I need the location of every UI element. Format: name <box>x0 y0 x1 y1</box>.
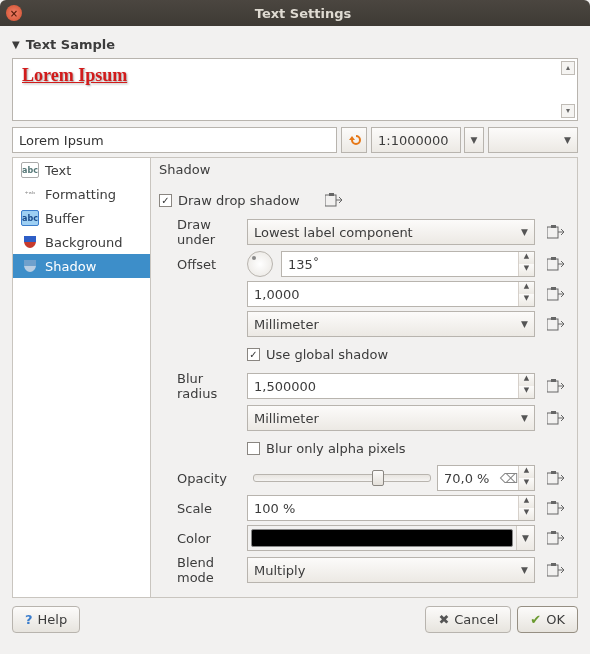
blend-mode-value: Multiply <box>254 563 305 578</box>
draw-shadow-label: Draw drop shadow <box>178 193 300 208</box>
offset-distance-spin[interactable]: 1,0000 ▲▼ <box>247 281 535 307</box>
spin-down-icon[interactable]: ▼ <box>519 386 534 398</box>
tab-shadow[interactable]: Shadow <box>13 254 150 278</box>
ok-icon: ✔ <box>530 612 541 627</box>
svg-rect-9 <box>551 317 556 320</box>
sample-text: Lorem Ipsum <box>19 62 130 88</box>
use-global-label: Use global shadow <box>266 347 388 362</box>
spin-up-icon[interactable]: ▲ <box>519 496 534 508</box>
tab-label: Text <box>45 163 71 178</box>
override-button[interactable] <box>543 220 567 244</box>
svg-rect-7 <box>551 287 556 290</box>
scroll-down-icon[interactable]: ▾ <box>561 104 575 118</box>
undo-icon <box>347 133 361 147</box>
cancel-label: Cancel <box>454 612 498 627</box>
svg-rect-13 <box>551 411 556 414</box>
tab-buffer[interactable]: abcBuffer <box>13 206 150 230</box>
tab-background[interactable]: Background <box>13 230 150 254</box>
svg-rect-15 <box>551 471 556 474</box>
draw-under-label: Draw under <box>159 217 247 247</box>
scroll-up-icon[interactable]: ▴ <box>561 61 575 75</box>
sample-preview: Lorem Ipsum ▴ ▾ <box>12 58 578 121</box>
blur-alpha-checkbox[interactable] <box>247 442 260 455</box>
spin-down-icon[interactable]: ▼ <box>519 508 534 520</box>
slider-thumb[interactable] <box>372 470 384 486</box>
map-scale-combo[interactable]: 1:1000000 <box>371 127 461 153</box>
ok-label: OK <box>546 612 565 627</box>
scale-spin[interactable]: 100 % ▲▼ <box>247 495 535 521</box>
ok-button[interactable]: ✔ OK <box>517 606 578 633</box>
settings-tabs: abcText ⁺ᵃᵇFormatting abcBuffer Backgrou… <box>13 158 151 597</box>
override-button[interactable] <box>543 466 567 490</box>
help-button[interactable]: ? Help <box>12 606 80 633</box>
override-button[interactable] <box>543 282 567 306</box>
extra-combo[interactable]: ▼ <box>488 127 578 153</box>
blur-unit-combo[interactable]: Millimeter ▼ <box>247 405 535 431</box>
chevron-down-icon: ▼ <box>521 319 528 329</box>
svg-rect-4 <box>547 259 558 270</box>
override-button[interactable] <box>543 558 567 582</box>
tab-label: Background <box>45 235 123 250</box>
use-global-checkbox[interactable]: ✓ <box>247 348 260 361</box>
map-scale-dropdown[interactable]: ▼ <box>464 127 484 153</box>
svg-rect-1 <box>329 193 334 196</box>
override-button[interactable] <box>543 374 567 398</box>
clear-icon[interactable]: ⌫ <box>500 471 518 486</box>
offset-angle-spin[interactable]: 135˚ ▲▼ <box>281 251 535 277</box>
collapse-icon: ▼ <box>12 39 20 50</box>
override-button[interactable] <box>543 252 567 276</box>
opacity-value: 70,0 % <box>438 471 500 486</box>
override-button[interactable] <box>543 496 567 520</box>
blend-mode-combo[interactable]: Multiply ▼ <box>247 557 535 583</box>
override-button[interactable] <box>543 312 567 336</box>
blend-mode-label: Blend mode <box>159 555 247 585</box>
color-label: Color <box>159 531 247 546</box>
draw-shadow-checkbox[interactable]: ✓ <box>159 194 172 207</box>
svg-rect-6 <box>547 289 558 300</box>
offset-label: Offset <box>159 257 247 272</box>
tab-formatting[interactable]: ⁺ᵃᵇFormatting <box>13 182 150 206</box>
svg-rect-12 <box>547 413 558 424</box>
spin-up-icon[interactable]: ▲ <box>519 466 534 478</box>
scale-label: Scale <box>159 501 247 516</box>
cancel-button[interactable]: ✖ Cancel <box>425 606 511 633</box>
spin-up-icon[interactable]: ▲ <box>519 252 534 264</box>
help-icon: ? <box>25 612 33 627</box>
color-picker[interactable]: ▼ <box>247 525 535 551</box>
preview-scrollbar[interactable]: ▴ ▾ <box>561 61 575 118</box>
text-sample-label: Text Sample <box>26 37 115 52</box>
sample-input[interactable] <box>12 127 337 153</box>
spin-up-icon[interactable]: ▲ <box>519 282 534 294</box>
draw-under-value: Lowest label component <box>254 225 413 240</box>
chevron-down-icon[interactable]: ▼ <box>516 526 534 550</box>
offset-dial[interactable] <box>247 251 273 277</box>
chevron-down-icon: ▼ <box>521 413 528 423</box>
shield-icon <box>21 234 39 250</box>
close-icon[interactable]: × <box>6 5 22 21</box>
reset-button[interactable] <box>341 127 367 153</box>
svg-rect-8 <box>547 319 558 330</box>
spin-up-icon[interactable]: ▲ <box>519 374 534 386</box>
chevron-down-icon: ▼ <box>521 227 528 237</box>
text-sample-header[interactable]: ▼ Text Sample <box>12 31 578 58</box>
svg-rect-17 <box>551 501 556 504</box>
spin-down-icon[interactable]: ▼ <box>519 478 534 490</box>
titlebar: × Text Settings <box>0 0 590 26</box>
shadow-icon <box>21 258 39 274</box>
tab-text[interactable]: abcText <box>13 158 150 182</box>
help-label: Help <box>38 612 68 627</box>
opacity-spin[interactable]: 70,0 % ⌫ ▲▼ <box>437 465 535 491</box>
override-button[interactable] <box>543 406 567 430</box>
buffer-icon: abc <box>21 210 39 226</box>
spin-down-icon[interactable]: ▼ <box>519 294 534 306</box>
draw-under-combo[interactable]: Lowest label component ▼ <box>247 219 535 245</box>
svg-rect-11 <box>551 379 556 382</box>
scale-value: 100 % <box>248 501 518 516</box>
blur-radius-spin[interactable]: 1,500000 ▲▼ <box>247 373 535 399</box>
offset-unit-combo[interactable]: Millimeter ▼ <box>247 311 535 337</box>
override-button[interactable] <box>322 188 346 212</box>
text-icon: abc <box>21 162 39 178</box>
spin-down-icon[interactable]: ▼ <box>519 264 534 276</box>
override-button[interactable] <box>543 526 567 550</box>
opacity-slider[interactable] <box>253 474 431 482</box>
